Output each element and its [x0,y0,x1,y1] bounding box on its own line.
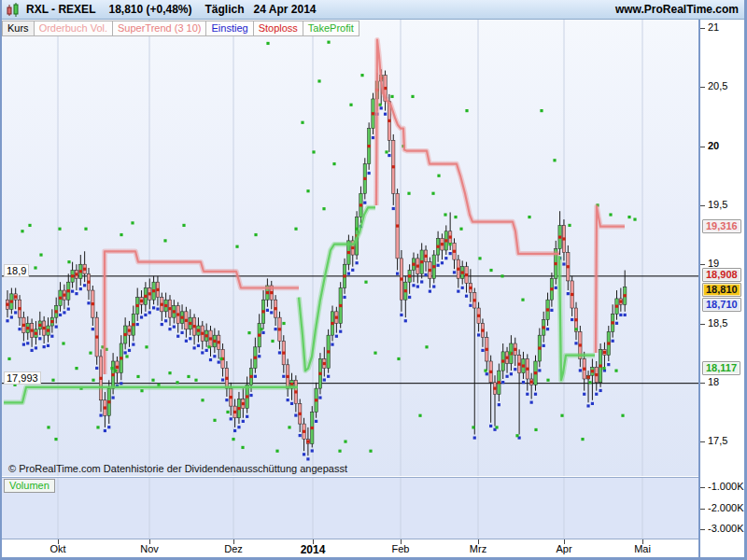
tab-kurs[interactable]: Kurs [2,21,35,36]
takeprofit-dot [21,230,23,232]
takeprofit-dot [260,328,262,330]
takeprofit-dot [540,109,543,112]
price-chart-pane[interactable] [2,20,698,476]
stoploss-marker [87,281,90,284]
stoploss-marker [420,260,423,263]
price-chart-canvas[interactable] [2,20,698,476]
takeprofit-dot [425,345,428,348]
stoploss-marker [465,273,468,276]
stoploss-marker [615,305,618,308]
price-tick-label: 19,5 [708,199,727,210]
stoploss-marker [400,277,402,280]
einstieg-marker [501,381,504,384]
stoploss-marker [493,387,496,390]
einstieg-marker [562,262,565,265]
takeprofit-dot [125,355,128,357]
takeprofit-dot [145,345,148,348]
takeprofit-dot [131,221,134,224]
takeprofit-dot [360,74,363,77]
takeprofit-dot [407,192,410,195]
einstieg-marker [237,426,240,428]
price-tick-label: 20 [708,140,719,151]
stoploss-marker [233,411,236,413]
takeprofit-dot [92,379,94,382]
takeprofit-dot [275,450,278,453]
takeprofit-dot [182,224,185,227]
price-tick-mark [700,147,705,147]
tab-orderbuch-vol[interactable]: Orderbuch Vol. [34,21,113,36]
takeprofit-dot [478,257,481,259]
stoploss-marker [35,332,37,335]
stoploss-marker [107,400,110,403]
stoploss-marker [10,300,13,302]
takeprofit-dot [574,328,577,330]
takeprofit-dot [47,426,49,428]
time-axis[interactable]: OktNovDez2014FebMrzAprMai [2,539,698,558]
stoploss-marker [270,291,273,294]
stoploss-marker [489,371,492,373]
stoploss-marker [486,348,488,351]
supertrend-line [299,207,375,371]
einstieg-marker [571,318,573,321]
stoploss-marker [287,375,289,378]
tab-volumen[interactable]: Volumen [4,479,55,493]
einstieg-marker [201,351,204,354]
einstieg-marker [384,113,387,116]
takeprofit-dot [213,419,216,422]
stoploss-marker [619,300,622,302]
einstieg-marker [107,426,110,428]
takeprofit-dot [226,411,229,413]
einstieg-marker [55,326,58,329]
takeprofit-dot [241,446,244,449]
takeprofit-dot [568,224,571,227]
einstieg-marker [112,396,115,399]
takeprofit-dot [374,352,376,355]
stoploss-marker [99,377,102,380]
volume-pane[interactable] [2,477,698,539]
tab-takeprofit[interactable]: TakeProfit [303,21,359,36]
tab-supertrend[interactable]: SuperTrend (3 10) [112,21,206,36]
symbol-name: RXL - REXEL [26,3,95,16]
einstieg-marker [209,358,212,361]
prorealtime-window: RXL - REXEL 18,810 (+0,48%) Täglich 24 A… [0,0,747,560]
einstieg-marker [67,308,70,311]
einstieg-marker [218,360,220,363]
einstieg-marker [173,326,176,329]
takeprofit-dot [528,216,530,218]
takeprofit-dot [369,450,372,453]
einstieg-marker [498,403,500,406]
takeprofit-dot [288,426,290,428]
tab-stoploss[interactable]: Stoploss [253,21,303,36]
stoploss-marker [335,316,338,319]
einstieg-marker [477,333,480,336]
takeprofit-dot [39,253,42,256]
einstieg-marker [294,413,297,416]
month-label: Nov [140,543,159,554]
einstieg-marker [343,296,345,299]
month-label: Okt [49,543,65,554]
einstieg-marker [538,369,541,371]
einstieg-marker [213,355,216,357]
takeprofit-dot [448,243,451,245]
stoploss-marker [534,371,537,374]
einstieg-marker [510,372,513,375]
einstieg-marker [168,328,171,330]
stoploss-marker [38,324,41,327]
stoploss-marker [116,366,119,369]
stoploss-marker [412,263,415,266]
einstieg-marker [87,301,90,304]
stoploss-marker [599,364,602,367]
price-axis[interactable]: 2120,52019,51918,51817,519,31618,90818,8… [698,20,747,557]
einstieg-marker [205,349,208,352]
einstieg-marker [290,402,293,405]
einstieg-marker [185,340,188,343]
einstieg-marker [408,296,411,299]
prorealtime-site-label: www.ProRealTime.com [615,3,739,16]
einstieg-marker [489,425,492,427]
stoploss-marker [586,376,589,379]
einstieg-marker [161,323,163,326]
takeprofit-dot [411,95,414,98]
tab-einstieg[interactable]: Einstieg [205,21,253,36]
einstieg-marker [275,328,277,330]
stoploss-marker [318,372,321,375]
